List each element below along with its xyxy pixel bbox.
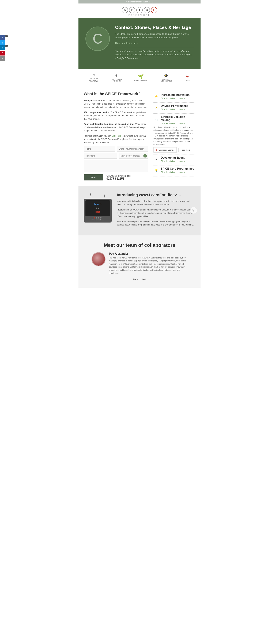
core-icon: 💡 (153, 168, 159, 173)
logo-c: C (144, 7, 150, 13)
performance-title-wrap: Driving Performance Click Here to find o… (161, 104, 188, 111)
left-column: What is the SPICE Framework? Simply Prac… (84, 92, 148, 180)
tv-dot-gray2 (98, 217, 99, 218)
hero-title: Context: Stories, Places & Heritage (115, 25, 194, 30)
right-column: ⚡ Increasing Innovation Click Here to fi… (153, 92, 195, 180)
pagination: Back Next (84, 278, 195, 281)
para-more-info: For more information you can Click Here … (84, 134, 148, 144)
huddersfield-label: University ofHUDDERSFIELD (160, 78, 172, 82)
logo-i: I (136, 7, 143, 13)
talent-title-wrap: Developing Talent Click Here to find out… (161, 156, 185, 162)
telephone-input[interactable] (84, 153, 117, 159)
innovation-icon: ⚡ (153, 94, 159, 99)
message-textarea[interactable] (84, 160, 148, 172)
learnforlife-p1: www.learnforlife.tv has been developed t… (117, 200, 195, 206)
talent-link[interactable]: Click Here to find out more ∨ (161, 160, 185, 162)
tv-url: www.learnforlife.tv (85, 219, 110, 221)
contact-form: Main area of interest ▾ Send OR why not … (84, 146, 148, 180)
team-member-peg: Peg Alexander Peg has spent her 20 year … (92, 252, 187, 275)
interest-select[interactable]: Main area of interest (119, 153, 148, 159)
framework-item-core: 💡 SPICE Core Programmes Click Here to fi… (153, 166, 195, 176)
site-header: S P I C E FRAMEWORK (78, 4, 201, 18)
hero-logo: C (85, 26, 110, 51)
performance-title: Driving Performance (161, 104, 188, 108)
or-call: OR why not give us a call: 01977 611251 (106, 175, 131, 180)
antenna-left (90, 193, 91, 198)
framework-item-sdm: ⬡ Strategic Decision Making Click Here t… (153, 114, 195, 155)
hero-quote: This world of ours……. must avoid becomin… (115, 47, 194, 60)
innovation-title-wrap: Increasing Innovation Click Here to find… (161, 93, 190, 100)
peg-bio: Peg has spent her 20 year career working… (109, 256, 187, 275)
coe-label: THE CHURCHOF ENGLAND (111, 78, 122, 82)
learnforlife-title: Introducing www.LearnForLife.tv.... (117, 193, 195, 197)
peg-name: Peg Alexander (109, 252, 187, 255)
talent-title: Developing Talent (161, 156, 185, 159)
phone-number: 01977 611251 (106, 177, 131, 180)
tv-dot-gray1 (96, 217, 97, 218)
learn-text: learn (94, 202, 101, 206)
sdm-description: Decision-making skills are recognised as… (153, 126, 195, 146)
read-more-button[interactable]: Read more > (178, 148, 194, 152)
logo-p: P (129, 7, 135, 13)
peg-avatar-image (92, 253, 105, 266)
core-header: 💡 SPICE Core Programmes Click Here to fi… (153, 167, 195, 174)
sdm-download-area: ⬇ Download Sample Read more > (153, 147, 195, 152)
email-input[interactable] (117, 146, 148, 152)
form-bottom: Send OR why not give us a call: 01977 61… (84, 174, 148, 180)
download-sample-button[interactable]: ⬇ Download Sample (153, 147, 177, 152)
partner-huddersfield: 🎓 University ofHUDDERSFIELD (160, 74, 172, 82)
partner-ilove: ❤ I love... (185, 74, 190, 81)
form-row-tel-interest: Main area of interest ▾ (84, 153, 148, 159)
send-button[interactable]: Send (84, 174, 103, 180)
performance-header: ↗ Driving Performance Click Here to find… (153, 104, 195, 111)
framework-item-innovation: ⚡ Increasing Innovation Click Here to fi… (153, 92, 195, 102)
next-arrow-button[interactable]: › (190, 207, 197, 214)
growth-emblem: 🌱 (134, 74, 147, 80)
innovation-header: ⚡ Increasing Innovation Click Here to fi… (153, 93, 195, 100)
top-bar[interactable]: Click here for more information (78, 0, 201, 4)
talent-icon: ★ (153, 156, 159, 162)
peg-info: Peg Alexander Peg has spent her 20 year … (109, 252, 187, 275)
tv-body: learn for life www.learnforlife.tv (84, 198, 112, 222)
sdm-title: Strategic Decision Making (161, 115, 195, 122)
para-one-purpose: With one purpose in mind: The SPICE Fram… (84, 111, 148, 121)
name-input[interactable] (84, 146, 115, 152)
partner-coe: ✝ THE CHURCHOF ENGLAND (111, 74, 122, 82)
integrated-bold: Applying Integrated Solutions, off-line … (84, 123, 134, 125)
hero-logo-letter: C (93, 31, 103, 47)
sdm-header: ⬡ Strategic Decision Making Click Here t… (153, 115, 195, 125)
life-text: life (95, 210, 100, 214)
hero-content: Context: Stories, Places & Heritage The … (115, 25, 194, 62)
interest-select-wrap: Main area of interest ▾ (119, 153, 148, 159)
more-info-text: For more information you can (84, 135, 112, 137)
next-link[interactable]: Next (141, 278, 146, 281)
click-here-link[interactable]: Click Here (112, 135, 121, 137)
tv-screen-text: learn for life (94, 202, 101, 214)
partner-rsm: ⚕ THE ROYALSOCIETY OFMEDICINE (89, 73, 98, 83)
learnforlife-inner: learn for life www.learnforlife.tv Intro… (84, 193, 195, 228)
learnforlife-content: Introducing www.LearnForLife.tv.... www.… (117, 193, 195, 228)
rsm-label: THE ROYALSOCIETY OFMEDICINE (89, 78, 98, 83)
for-text: for (96, 207, 99, 210)
coe-emblem: ✝ (111, 74, 122, 78)
back-link[interactable]: Back (133, 278, 138, 281)
tv-controls (85, 217, 110, 218)
framework-item-talent: ★ Developing Talent Click Here to find o… (153, 154, 195, 166)
core-link[interactable]: Click Here to find out more ∨ (161, 171, 185, 173)
partners-bar: ⚕ THE ROYALSOCIETY OFMEDICINE ✝ THE CHUR… (78, 69, 201, 86)
talent-header: ★ Developing Talent Click Here to find o… (153, 156, 195, 162)
sdm-title-wrap: Strategic Decision Making Click Here to … (161, 115, 195, 125)
innovation-title: Increasing Innovation (161, 93, 190, 96)
partner-growth: 🌱 GrowthAccelerator (134, 74, 147, 82)
learnforlife-p2: Programming on www.learnforlife.tv reduc… (117, 208, 195, 218)
team-title: Meet our team of collaborators (84, 242, 195, 248)
peg-avatar (92, 252, 105, 266)
sdm-link[interactable]: Click Here to find out more ∨ (161, 122, 185, 124)
hero-link[interactable]: Click Here to find out > (115, 42, 194, 44)
para-simply-practical: Simply Practical: Built on simple and ac… (84, 99, 148, 109)
ilove-label: I love... (185, 79, 190, 81)
innovation-link[interactable]: Click Here to find out more ∨ (161, 97, 185, 99)
or-text: OR why not give us a call: (106, 175, 131, 177)
performance-link[interactable]: Click Here to find out more ∨ (161, 108, 185, 110)
logo-circles: S P I C E (80, 7, 199, 13)
